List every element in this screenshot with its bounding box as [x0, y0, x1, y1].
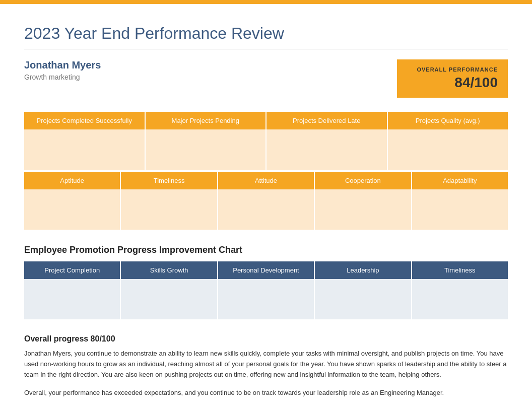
metric-aptitude-header: Aptitude: [24, 172, 120, 189]
promo-project-completion-header: Project Completion: [24, 261, 120, 279]
top-bar: [0, 0, 532, 4]
metric-projects-completed: Projects Completed Successfully: [24, 112, 145, 170]
metric-major-pending: Major Projects Pending: [146, 112, 266, 170]
overall-performance-label: OVERALL PERFORMANCE: [407, 66, 498, 73]
metric-timeliness: Timeliness: [121, 172, 217, 230]
metric-adaptability: Adaptability: [412, 172, 508, 230]
promo-timeliness-body: [412, 279, 508, 319]
overall-performance-box: OVERALL PERFORMANCE 84/100: [397, 59, 508, 98]
metric-cooperation-header: Cooperation: [315, 172, 411, 189]
header-row: Jonathan Myers Growth marketing OVERALL …: [24, 59, 508, 98]
metric-delivered-late-body: [267, 129, 387, 170]
metric-timeliness-header: Timeliness: [121, 172, 217, 189]
metric-quality-header: Projects Quality (avg.): [388, 112, 508, 129]
promo-skills-growth-body: [121, 279, 217, 319]
metric-quality-body: [388, 129, 508, 170]
employee-info: Jonathan Myers Growth marketing: [24, 59, 101, 81]
metric-attitude-header: Attitude: [218, 172, 314, 189]
overall-progress-para-2: Overall, your performance has exceeded e…: [24, 388, 508, 398]
promo-timeliness-header: Timeliness: [412, 261, 508, 279]
promotion-chart-title: Employee Promotion Progress Improvement …: [24, 245, 508, 255]
score-out-of: /100: [471, 75, 498, 90]
promo-project-completion-body: [24, 279, 120, 319]
metric-major-pending-header: Major Projects Pending: [146, 112, 266, 129]
metric-cooperation-body: [315, 189, 411, 230]
metric-projects-completed-header: Projects Completed Successfully: [24, 112, 145, 129]
promo-project-completion: Project Completion: [24, 261, 120, 319]
metric-cooperation: Cooperation: [315, 172, 411, 230]
metric-attitude: Attitude: [218, 172, 314, 230]
metric-quality: Projects Quality (avg.): [388, 112, 508, 170]
metric-timeliness-body: [121, 189, 217, 230]
promo-personal-dev-body: [218, 279, 314, 319]
promo-personal-dev: Personal Development: [218, 261, 314, 319]
employee-name: Jonathan Myers: [24, 59, 101, 71]
promo-leadership: Leadership: [315, 261, 411, 319]
main-container: 2023 Year End Performance Review Jonatha…: [9, 4, 523, 411]
page-title: 2023 Year End Performance Review: [24, 24, 508, 43]
employee-role: Growth marketing: [24, 73, 101, 81]
score-number: 84: [454, 75, 470, 90]
metrics-row-1: Projects Completed Successfully Major Pr…: [24, 112, 508, 170]
metric-adaptability-body: [412, 189, 508, 230]
promo-skills-growth-header: Skills Growth: [121, 261, 217, 279]
metric-delivered-late-header: Projects Delivered Late: [267, 112, 387, 129]
metric-aptitude: Aptitude: [24, 172, 120, 230]
overall-performance-score: 84/100: [407, 75, 498, 91]
promotion-chart-grid: Project Completion Skills Growth Persona…: [24, 261, 508, 319]
metric-aptitude-body: [24, 189, 120, 230]
promo-leadership-body: [315, 279, 411, 319]
metric-adaptability-header: Adaptability: [412, 172, 508, 189]
metrics-row-2: Aptitude Timeliness Attitude Cooperation…: [24, 172, 508, 230]
promo-timeliness: Timeliness: [412, 261, 508, 319]
metric-delivered-late: Projects Delivered Late: [267, 112, 387, 170]
overall-progress-title: Overall progress 80/100: [24, 334, 508, 344]
overall-progress-para-1: Jonathan Myers, you continue to demonstr…: [24, 349, 508, 380]
divider: [24, 49, 508, 49]
metric-attitude-body: [218, 189, 314, 230]
promo-skills-growth: Skills Growth: [121, 261, 217, 319]
metric-projects-completed-body: [24, 129, 145, 170]
promo-leadership-header: Leadership: [315, 261, 411, 279]
promo-personal-dev-header: Personal Development: [218, 261, 314, 279]
metric-major-pending-body: [146, 129, 266, 170]
